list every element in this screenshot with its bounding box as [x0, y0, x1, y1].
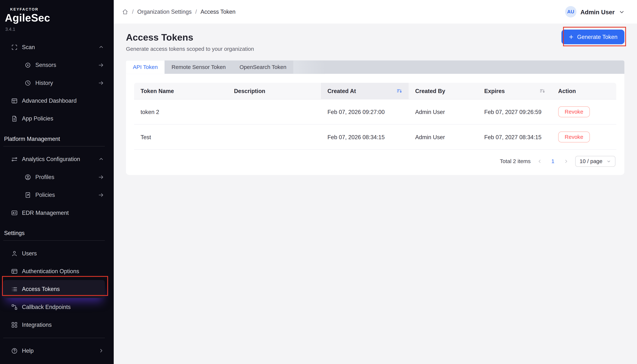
cell-action: Revoke	[552, 124, 616, 150]
sidebar-item-scan[interactable]: Scan	[0, 38, 114, 56]
arrow-right-icon[interactable]	[98, 62, 104, 68]
sidebar-bottom: Help	[0, 334, 114, 360]
cell-expires: Feb 07, 2027 08:34:15	[478, 124, 552, 150]
revoke-button[interactable]: Revoke	[558, 132, 590, 142]
sort-icon[interactable]	[539, 88, 545, 94]
sidebar-item-label: Policies	[36, 192, 98, 198]
cell-created-at: Feb 07, 2026 09:27:00	[321, 99, 409, 124]
col-header-created-by: Created By	[409, 83, 478, 99]
profile-icon	[24, 174, 31, 180]
pagination-prev-button[interactable]	[535, 159, 544, 164]
cell-action: Revoke	[552, 99, 616, 124]
page-subtitle: Generate access tokens scoped to your or…	[126, 46, 624, 52]
sidebar-item-integrations[interactable]: Integrations	[0, 316, 114, 334]
chevron-up-icon[interactable]	[98, 156, 104, 162]
table-header-row: Token Name Description Created At Create…	[134, 83, 616, 99]
sidebar-item-profiles[interactable]: Profiles	[0, 168, 114, 186]
sidebar-item-authentication-options[interactable]: Authentication Options	[0, 262, 114, 280]
chevron-right-icon[interactable]	[98, 348, 104, 354]
col-header-label: Created At	[328, 88, 356, 94]
policy-document-icon	[24, 192, 31, 198]
section-platform-management: Platform Management	[0, 136, 114, 142]
sidebar-item-label: Users	[22, 250, 104, 256]
user-menu[interactable]: AU Admin User	[565, 6, 625, 18]
avatar: AU	[565, 6, 576, 18]
tokens-table: Token Name Description Created At Create…	[134, 83, 616, 150]
sidebar-item-label: EDR Management	[22, 210, 104, 216]
col-header-expires[interactable]: Expires	[478, 83, 552, 99]
sort-descending-icon[interactable]	[396, 88, 402, 94]
cell-expires: Feb 07, 2027 09:26:59	[478, 99, 552, 124]
sidebar-item-history[interactable]: History	[0, 74, 114, 92]
brand-product: AgileSec	[5, 12, 109, 24]
dashboard-icon	[11, 97, 18, 104]
scan-icon	[11, 44, 18, 50]
sidebar-item-label: Help	[22, 348, 98, 354]
revoke-button[interactable]: Revoke	[558, 106, 590, 117]
col-header-token-name: Token Name	[134, 83, 228, 99]
home-icon[interactable]	[122, 8, 128, 15]
tab-remote-sensor-token[interactable]: Remote Sensor Token	[165, 60, 233, 74]
pagination-page-1[interactable]: 1	[549, 158, 557, 164]
table-row: token 2 Feb 07, 2026 09:27:00 Admin User…	[134, 99, 616, 124]
sidebar-item-users[interactable]: Users	[0, 244, 114, 262]
page-head: Access Tokens Generate access tokens sco…	[114, 24, 637, 52]
cell-created-by: Admin User	[409, 124, 478, 150]
history-icon	[24, 79, 31, 86]
section-settings: Settings	[0, 230, 114, 236]
page-size-value: 10 / page	[579, 158, 602, 164]
sidebar-item-advanced-dashboard[interactable]: Advanced Dashboard	[0, 92, 114, 110]
sidebar-item-label: Integrations	[22, 321, 104, 328]
main-content: Access Tokens Generate access tokens sco…	[114, 24, 637, 364]
tab-opensearch-token[interactable]: OpenSearch Token	[233, 60, 293, 74]
table-row: Test Feb 07, 2026 08:34:15 Admin User Fe…	[134, 124, 616, 150]
sidebar-item-analytics-configuration[interactable]: Analytics Configuration	[0, 150, 114, 168]
breadcrumb: / Organization Settings / Access Token	[122, 8, 236, 15]
breadcrumb-separator: /	[195, 8, 197, 15]
brand-company: KEYFACTOR	[10, 7, 109, 11]
cell-token-name: Test	[134, 124, 228, 150]
arrow-right-icon[interactable]	[98, 174, 104, 180]
pagination-next-button[interactable]	[562, 159, 570, 164]
col-header-label: Expires	[484, 88, 505, 94]
generate-token-button[interactable]: Generate Token	[561, 30, 624, 44]
help-icon	[11, 347, 18, 354]
cell-token-name: token 2	[134, 99, 228, 124]
breadcrumb-separator: /	[132, 8, 134, 15]
network-nodes-icon	[11, 304, 18, 310]
sidebar-divider	[3, 240, 105, 240]
brand-version: 3.4.1	[5, 27, 109, 32]
generate-token-label: Generate Token	[577, 34, 617, 40]
arrow-right-icon[interactable]	[98, 80, 104, 86]
breadcrumb-organization-settings[interactable]: Organization Settings	[137, 8, 192, 15]
page-size-select[interactable]: 10 / page	[575, 156, 615, 167]
token-type-tabs: API Token Remote Sensor Token OpenSearch…	[126, 60, 624, 74]
page-title: Access Tokens	[126, 32, 624, 43]
sidebar-item-help[interactable]: Help	[0, 342, 114, 360]
breadcrumb-access-token: Access Token	[200, 8, 236, 15]
sidebar-nav: Scan Sensors History	[0, 38, 114, 360]
sidebar-item-edr-management[interactable]: EDR Management	[0, 204, 114, 222]
sidebar-item-label: Sensors	[36, 62, 98, 68]
sidebar-item-access-tokens[interactable]: Access Tokens	[3, 280, 105, 298]
sidebar-divider	[3, 146, 105, 146]
col-header-action: Action	[552, 83, 616, 99]
app-window: KEYFACTOR AgileSec 3.4.1 Scan Sensors	[0, 0, 637, 364]
sidebar-item-app-policies[interactable]: App Policies	[0, 110, 114, 127]
list-icon	[11, 286, 18, 292]
sidebar-item-label: Analytics Configuration	[22, 156, 98, 162]
sidebar-item-label: Callback Endpoints	[22, 304, 104, 310]
sidebar-item-sensors[interactable]: Sensors	[0, 56, 114, 74]
col-header-description: Description	[227, 83, 321, 99]
sidebar-item-callback-endpoints[interactable]: Callback Endpoints	[0, 298, 114, 316]
chevron-up-icon[interactable]	[98, 44, 104, 50]
apps-grid-icon	[11, 321, 18, 328]
col-header-created-at[interactable]: Created At	[321, 83, 409, 99]
brand-block: KEYFACTOR AgileSec 3.4.1	[0, 0, 114, 32]
document-icon	[11, 115, 18, 122]
sidebar-item-policies[interactable]: Policies	[0, 186, 114, 204]
tab-api-token[interactable]: API Token	[126, 60, 165, 74]
arrow-right-icon[interactable]	[98, 192, 104, 198]
sidebar-item-label: App Policies	[22, 115, 104, 122]
tokens-card: Token Name Description Created At Create…	[126, 74, 624, 175]
